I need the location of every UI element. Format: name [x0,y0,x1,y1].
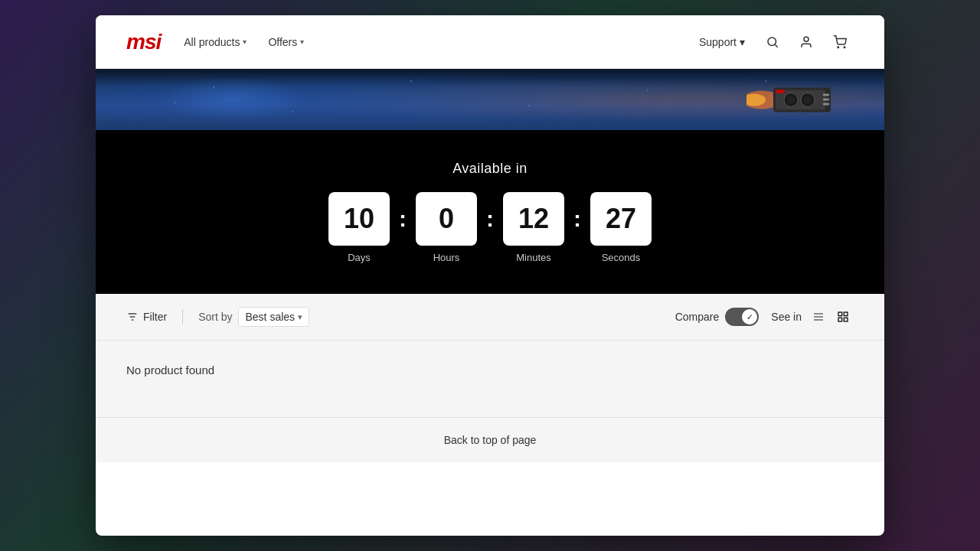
search-icon [766,35,779,49]
vertical-divider [182,309,183,324]
svg-rect-26 [844,318,848,321]
minutes-box: 12 [503,192,564,246]
chevron-down-icon: ▾ [300,37,304,46]
seconds-unit: 27 Seconds [590,192,652,263]
nav-all-products[interactable]: All products ▾ [176,30,254,54]
hours-unit: 0 Hours [416,192,477,263]
gpu-image [746,79,838,121]
svg-rect-25 [838,318,842,321]
svg-line-1 [775,44,777,47]
filter-bar: Filter Sort by Best sales ▾ Compare ✓ Se… [96,294,884,341]
no-product-message: No product found [126,364,854,377]
chevron-down-icon: ▾ [740,36,745,48]
sort-select[interactable]: Best sales ▾ [238,307,309,327]
sort-by-label: Sort by [198,311,232,323]
compare-label: Compare [675,311,720,323]
sort-group: Sort by Best sales ▾ [198,307,309,327]
svg-rect-16 [776,90,785,93]
hours-box: 0 [416,192,477,246]
cart-icon [833,35,847,49]
seconds-box: 27 [590,192,652,246]
svg-point-3 [838,47,839,48]
svg-point-12 [804,96,812,104]
svg-rect-23 [838,312,842,316]
right-controls: Compare ✓ See in [675,306,854,328]
main-nav: All products ▾ Offers ▾ [176,30,691,54]
minutes-label: Minutes [516,252,551,263]
svg-point-10 [787,96,795,104]
nav-offers[interactable]: Offers ▾ [260,30,312,54]
chevron-down-icon: ▾ [298,312,302,322]
filter-icon [126,311,139,323]
compare-group: Compare ✓ [675,308,760,326]
svg-point-4 [844,47,845,48]
account-icon [799,35,813,49]
separator-3: : [573,206,581,250]
earth-glow [157,77,310,122]
list-view-icon [812,311,825,323]
svg-rect-24 [844,312,848,316]
filter-button[interactable]: Filter [126,308,167,326]
see-in-group: See in [771,306,854,328]
view-icons [808,306,854,328]
chevron-down-icon: ▾ [243,37,247,46]
svg-point-2 [804,37,808,41]
countdown-row: 10 Days : 0 Hours : 12 Minutes : 27 Seco… [328,192,652,263]
nav-support[interactable]: Support ▾ [691,30,753,54]
grid-view-button[interactable] [832,306,854,328]
back-to-top-link[interactable]: Back to top of page [444,434,537,446]
minutes-unit: 12 Minutes [503,192,564,263]
days-box: 10 [328,192,390,246]
account-button[interactable] [792,28,820,56]
countdown-section: Available in 10 Days : 0 Hours : 12 Minu… [96,130,884,294]
content-area: No product found [96,341,884,417]
list-view-button[interactable] [808,306,829,328]
hours-label: Hours [433,252,460,263]
separator-2: : [486,206,494,250]
separator-1: : [399,206,407,250]
search-button[interactable] [759,28,786,56]
toggle-knob: ✓ [742,309,757,324]
see-in-label: See in [771,311,802,323]
site-logo: msi [126,30,161,54]
svg-point-0 [768,37,776,46]
cart-button[interactable] [826,28,854,56]
svg-rect-15 [823,103,829,106]
compare-toggle[interactable]: ✓ [725,308,759,326]
svg-rect-14 [823,99,829,101]
grid-view-icon [837,311,849,323]
days-label: Days [348,252,371,263]
days-unit: 10 Days [328,192,390,263]
svg-rect-13 [823,94,829,96]
hero-banner [96,69,884,130]
header-right-controls: Support ▾ [691,28,854,56]
toggle-check-icon: ✓ [746,313,753,321]
available-label: Available in [452,161,528,177]
site-header: msi All products ▾ Offers ▾ Support ▾ [96,15,884,69]
seconds-label: Seconds [602,252,641,263]
page-footer: Back to top of page [96,417,884,462]
